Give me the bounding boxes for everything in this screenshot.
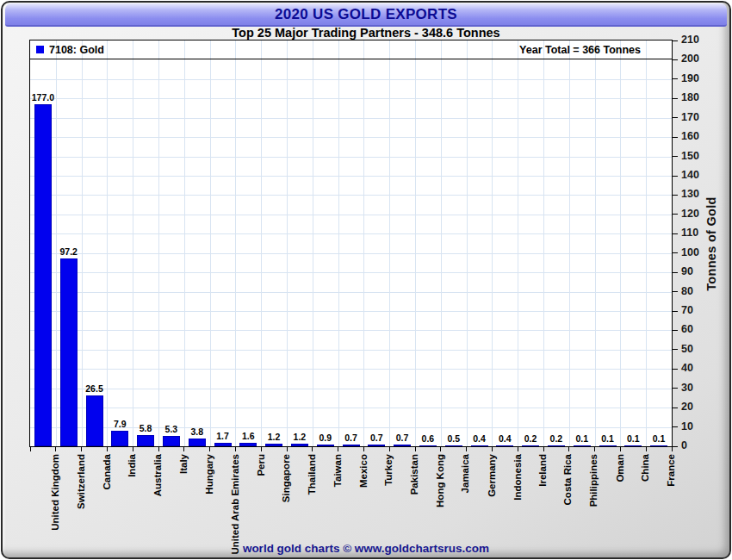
plot-area: 177.097.226.57.95.85.33.81.71.61.21.20.9…: [29, 40, 673, 447]
x-tick-mark: [55, 447, 56, 451]
x-tick-mark: [261, 447, 262, 451]
x-axis-label: Ireland: [537, 454, 549, 487]
y-tick-mark: [673, 349, 678, 350]
y-tick-label: 110: [681, 227, 698, 239]
y-tick-label: 210: [681, 34, 699, 46]
y-tick-label: 140: [681, 169, 699, 181]
chart-title: 2020 US GOLD EXPORTS: [275, 6, 457, 23]
y-tick-label: 80: [681, 285, 693, 297]
y-tick-label: 20: [681, 401, 693, 413]
x-axis-label: Hungary: [203, 454, 215, 495]
legend-swatch-icon: [36, 46, 44, 53]
x-tick-mark: [389, 447, 390, 451]
x-tick-mark: [646, 447, 647, 451]
x-tick-mark: [672, 447, 673, 451]
y-tick-label: 200: [681, 53, 699, 65]
x-tick-mark: [158, 447, 159, 451]
x-tick-mark: [235, 447, 236, 451]
x-axis-label: Indonesia: [511, 454, 523, 501]
x-axis-label: Pakistan: [408, 454, 420, 495]
x-tick-mark: [620, 447, 621, 451]
y-tick-label: 30: [681, 382, 693, 394]
x-axis-label: Taiwan: [332, 454, 344, 487]
year-total-annotation: Year Total = 366 Tonnes: [519, 44, 641, 56]
x-tick-mark: [440, 447, 441, 451]
plot-header-strip: 7108: Gold Year Total = 366 Tonnes: [30, 40, 672, 59]
x-axis-label: Oman: [614, 454, 626, 482]
y-tick-label: 50: [681, 343, 693, 355]
x-axis-label: Singapore: [280, 454, 292, 502]
x-axis-label: United Arab Emirates: [229, 454, 241, 555]
credit-footer: world gold charts © www.goldchartsrus.co…: [0, 542, 732, 555]
y-tick-mark: [673, 117, 678, 118]
y-tick-mark: [673, 176, 678, 177]
x-axis-label: Australia: [152, 454, 164, 496]
x-axis-label: Switzerland: [75, 454, 87, 509]
y-tick-mark: [673, 59, 678, 60]
y-tick-label: 160: [681, 130, 699, 142]
y-tick-label: 70: [681, 304, 693, 316]
x-axis-label: Canada: [101, 454, 113, 490]
y-tick-mark: [673, 446, 678, 447]
y-tick-label: 150: [681, 150, 699, 162]
x-tick-mark: [594, 447, 595, 451]
x-axis-label: Italy: [177, 454, 189, 474]
x-axis-label: Mexico: [357, 454, 369, 488]
x-tick-mark: [466, 447, 467, 451]
x-axis-label: Hong Kong: [434, 454, 446, 507]
x-tick-mark: [415, 447, 416, 451]
x-axis-label: Thailand: [306, 454, 318, 495]
y-tick-label: 120: [681, 208, 699, 220]
x-tick-mark: [518, 447, 518, 451]
x-tick-mark: [183, 447, 184, 451]
y-tick-label: 60: [681, 323, 693, 335]
y-tick-mark: [673, 388, 678, 389]
y-tick-label: 100: [681, 246, 699, 258]
bar-value-label: 0.1: [640, 433, 678, 444]
y-tick-label: 0: [681, 439, 687, 451]
x-tick-mark: [492, 447, 493, 451]
y-tick-mark: [673, 98, 678, 99]
y-axis-title: Tonnes of Gold: [698, 40, 725, 447]
x-axis-label: Peru: [254, 454, 266, 476]
y-tick-label: 180: [681, 91, 699, 103]
y-tick-mark: [673, 156, 678, 157]
legend: 7108: Gold: [36, 44, 104, 56]
x-axis-label: France: [665, 454, 677, 487]
x-axis-label: India: [126, 454, 138, 477]
chart-subtitle: Top 25 Major Trading Partners - 348.6 To…: [0, 26, 732, 40]
y-tick-mark: [673, 137, 678, 138]
x-axis-label: China: [639, 454, 651, 482]
bar-value-label: 26.5: [76, 383, 114, 394]
y-tick-label: 190: [681, 72, 699, 84]
x-tick-mark: [338, 447, 338, 451]
x-axis-label: Jamaica: [460, 454, 472, 493]
y-tick-label: 130: [681, 188, 699, 200]
y-tick-mark: [673, 291, 678, 292]
x-axis-label: Turkey: [382, 454, 394, 486]
y-tick-label: 170: [681, 111, 699, 123]
y-tick-mark: [673, 214, 678, 215]
y-tick-mark: [673, 233, 678, 234]
bar-value-label: 97.2: [50, 246, 88, 257]
y-tick-mark: [673, 408, 678, 408]
x-tick-mark: [312, 447, 313, 451]
x-tick-mark: [30, 447, 31, 451]
y-tick-mark: [673, 195, 678, 196]
y-tick-mark: [673, 272, 678, 273]
legend-label: 7108: Gold: [49, 44, 104, 56]
x-axis-label: United Kingdom: [49, 454, 61, 531]
chart-title-bar: 2020 US GOLD EXPORTS: [5, 3, 727, 27]
y-tick-mark: [673, 311, 678, 312]
x-tick-mark: [209, 447, 210, 451]
x-tick-mark: [81, 447, 82, 451]
x-axis-label: Germany: [486, 454, 498, 497]
x-tick-mark: [133, 447, 133, 451]
y-tick-label: 90: [681, 265, 693, 277]
y-tick-mark: [673, 426, 678, 427]
x-axis-label: Philippines: [588, 454, 600, 507]
y-tick-label: 40: [681, 362, 693, 374]
y-tick-mark: [673, 369, 678, 370]
x-tick-mark: [543, 447, 544, 451]
y-tick-mark: [673, 252, 678, 253]
